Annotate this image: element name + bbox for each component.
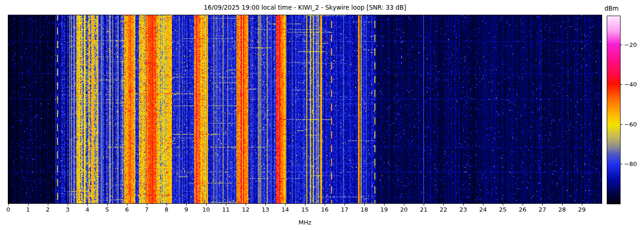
colorbar-tick-mark [620,164,622,164]
x-tick-mark [68,204,68,206]
x-tick-label: 12 [242,206,250,213]
x-tick-label: 10 [202,206,210,213]
x-tick-mark [483,204,483,206]
colorbar-tick-label: −20 [624,41,637,48]
colorbar-tick-label: −40 [624,81,637,88]
x-tick-label: 3 [66,206,69,213]
x-tick-label: 4 [86,206,89,213]
x-tick-label: 7 [145,206,149,213]
x-tick-mark [384,204,385,206]
x-tick-mark [8,204,9,206]
colorbar-gradient [607,16,620,204]
x-tick-label: 16 [321,206,329,213]
x-axis-label: MHz [8,219,602,226]
x-tick-label: 1 [26,206,30,213]
x-tick-label: 22 [440,206,448,213]
x-tick-mark [562,204,563,206]
x-tick-mark [246,204,246,206]
x-tick-mark [186,204,187,206]
spectrogram-figure: 16/09/2025 19:00 local time - KIWI_2 - S… [0,0,644,230]
x-tick-label: 20 [400,206,408,213]
x-tick-label: 17 [341,206,349,213]
x-tick-mark [503,204,503,206]
x-tick-label: 24 [479,206,487,213]
x-tick-mark [127,204,127,206]
x-tick-label: 15 [301,206,309,213]
x-tick-label: 14 [282,206,289,213]
x-tick-label: 21 [420,206,428,213]
waterfall-heatmap [8,15,602,203]
x-tick-label: 28 [558,206,566,213]
x-tick-label: 25 [499,206,507,213]
colorbar-tick-mark [620,45,622,45]
figure-title: 16/09/2025 19:00 local time - KIWI_2 - S… [8,4,602,11]
x-tick-mark [28,204,29,206]
x-tick-mark [206,204,207,206]
x-tick-mark [167,204,167,206]
x-tick-label: 6 [125,206,129,213]
x-tick-mark [345,204,345,206]
x-tick-label: 5 [105,206,109,213]
x-tick-label: 23 [460,206,467,213]
x-tick-mark [404,204,404,206]
x-tick-mark [147,204,147,206]
x-tick-mark [582,204,582,206]
colorbar-tick-mark [620,124,622,125]
x-tick-mark [443,204,444,206]
x-tick-mark [523,204,523,206]
x-tick-label: 0 [6,206,10,213]
x-tick-mark [285,204,286,206]
x-tick-label: 8 [165,206,168,213]
x-tick-mark [48,204,48,206]
colorbar-tick-label: −60 [624,121,637,127]
x-tick-mark [325,204,325,206]
x-tick-mark [542,204,543,206]
colorbar-tick-label: −80 [624,161,637,167]
colorbar-unit-label: dBm [604,5,619,12]
colorbar-tick-mark [620,84,622,85]
x-tick-label: 19 [380,206,388,213]
x-tick-mark [364,204,365,206]
x-tick-label: 2 [46,206,50,213]
x-tick-mark [226,204,226,206]
x-tick-mark [305,204,305,206]
x-tick-label: 29 [578,206,586,213]
x-tick-label: 9 [184,206,188,213]
x-tick-mark [424,204,424,206]
x-tick-mark [463,204,464,206]
x-tick-label: 13 [262,206,270,213]
x-tick-label: 27 [539,206,546,213]
x-tick-label: 11 [222,206,230,213]
x-tick-label: 26 [519,206,527,213]
x-tick-label: 18 [361,206,368,213]
x-tick-mark [87,204,88,206]
x-tick-mark [265,204,266,206]
x-tick-mark [107,204,108,206]
